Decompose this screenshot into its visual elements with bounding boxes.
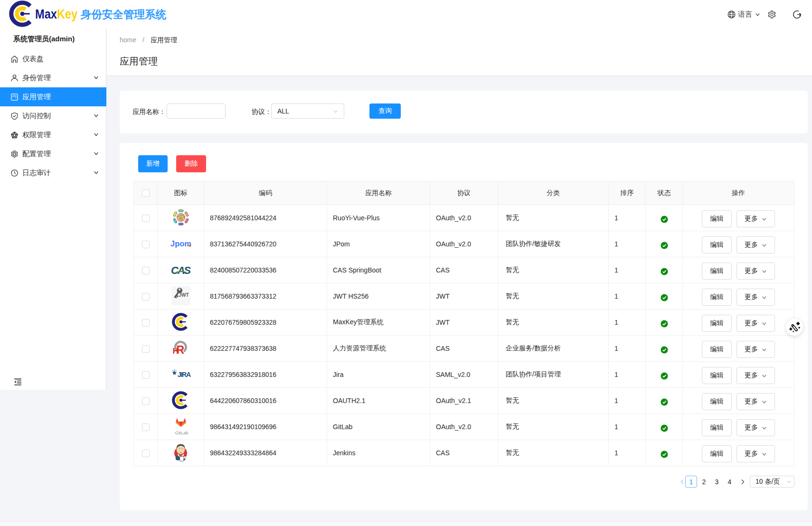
svg-text:CAS: CAS	[171, 264, 191, 276]
svg-text:GitLab: GitLab	[175, 430, 188, 435]
svg-text:H: H	[172, 346, 178, 355]
svg-text:Jpom: Jpom	[170, 239, 191, 248]
svg-text:JWT: JWT	[179, 292, 189, 297]
svg-text:JIRA: JIRA	[178, 370, 191, 378]
